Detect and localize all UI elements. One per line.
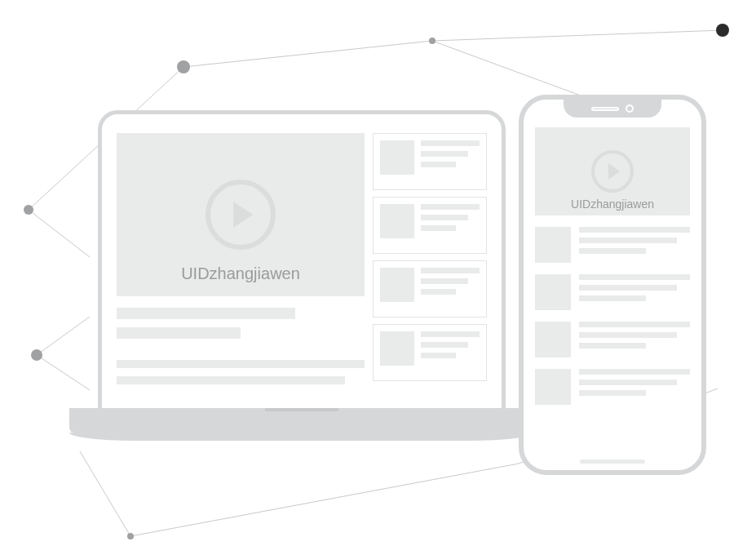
watermark-text: UIDzhangjiawen (571, 198, 654, 211)
svg-point-14 (31, 349, 42, 361)
phone-wireframe: UIDzhangjiawen (519, 95, 706, 475)
laptop-text-placeholder (117, 296, 365, 384)
thumbnail-placeholder (535, 227, 571, 263)
illustration-canvas: UIDzhangjiawen (0, 0, 756, 555)
thumbnail-placeholder (380, 268, 414, 302)
laptop-hinge-notch (265, 408, 338, 411)
laptop-base (69, 408, 534, 433)
watermark-text: UIDzhangjiawen (181, 264, 300, 283)
phone-notch (564, 100, 661, 118)
speaker-icon (591, 107, 619, 111)
laptop-sidebar (373, 133, 487, 400)
laptop-screen-content: UIDzhangjiawen (117, 133, 487, 400)
list-item (535, 322, 690, 357)
list-item (535, 274, 690, 310)
list-item (535, 227, 690, 263)
phone-home-indicator (580, 460, 645, 464)
svg-line-2 (432, 41, 587, 98)
phone-list (535, 215, 690, 405)
svg-point-10 (177, 60, 190, 73)
svg-point-13 (24, 205, 33, 215)
play-icon (206, 180, 276, 250)
list-item (535, 369, 690, 405)
thumbnail-placeholder (535, 322, 571, 357)
list-item (373, 324, 487, 381)
svg-line-0 (183, 41, 432, 67)
svg-point-11 (716, 24, 729, 37)
thumbnail-placeholder (535, 274, 571, 310)
list-item (373, 260, 487, 317)
laptop-screen-bezel: UIDzhangjiawen (98, 110, 506, 412)
laptop-wireframe: UIDzhangjiawen (69, 110, 534, 461)
phone-video-thumbnail: UIDzhangjiawen (535, 127, 690, 215)
play-icon (591, 150, 634, 193)
thumbnail-placeholder (380, 140, 414, 175)
laptop-video-thumbnail: UIDzhangjiawen (117, 133, 365, 296)
svg-point-15 (127, 533, 134, 539)
svg-line-1 (432, 30, 723, 41)
list-item (373, 133, 487, 190)
list-item (373, 197, 487, 254)
svg-point-12 (429, 38, 435, 44)
svg-line-8 (130, 464, 519, 536)
laptop-foot (69, 433, 534, 441)
thumbnail-placeholder (380, 331, 414, 366)
thumbnail-placeholder (380, 204, 414, 238)
svg-line-7 (80, 451, 130, 536)
laptop-main-column: UIDzhangjiawen (117, 133, 365, 400)
camera-icon (626, 104, 634, 113)
phone-screen-content: UIDzhangjiawen (535, 127, 690, 459)
thumbnail-placeholder (535, 369, 571, 405)
